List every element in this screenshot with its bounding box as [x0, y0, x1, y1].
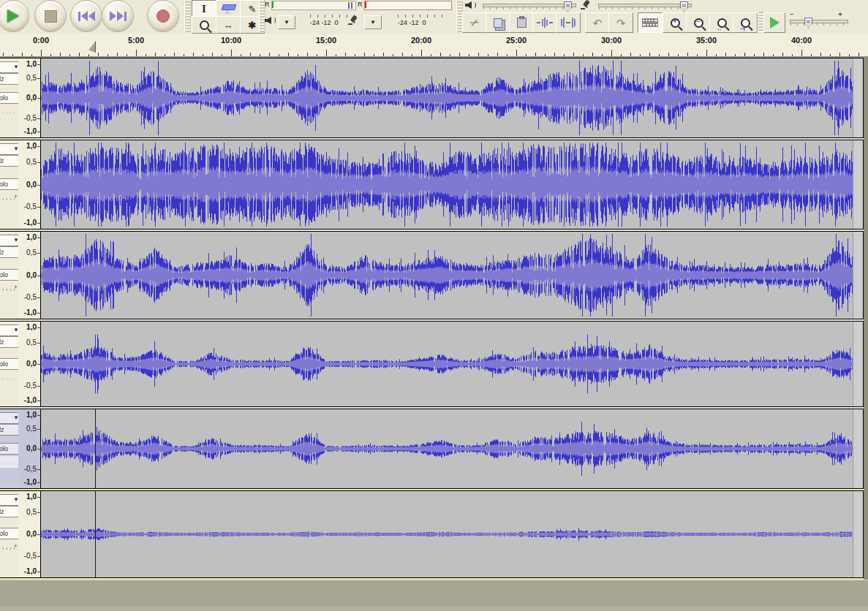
fit-selection-button[interactable]: ↔ — [709, 12, 734, 33]
timeline-tick — [763, 53, 764, 56]
timeline-tick — [155, 53, 156, 56]
timeshift-tool-button[interactable]: ↔ — [216, 16, 241, 34]
vertical-ruler[interactable]: 1,00,50,0-0,5-1,0 — [18, 140, 40, 229]
toolbar-grip[interactable] — [184, 1, 191, 32]
timeline-tick — [222, 54, 222, 56]
selection-tool-button[interactable]: I — [192, 0, 216, 18]
playback-meter-dropdown[interactable]: ▼ — [278, 15, 295, 29]
copy-icon — [494, 18, 502, 28]
solo-button[interactable]: olo — [0, 92, 20, 104]
play-at-speed-button[interactable] — [763, 12, 785, 33]
vertical-ruler-label: 0,0 — [26, 360, 37, 368]
vertical-ruler-label: 0,0 — [26, 530, 37, 538]
vertical-ruler-label: 0,5 — [26, 508, 37, 516]
waveform-canvas[interactable] — [40, 322, 864, 406]
timeline-label: 25:00 — [506, 36, 527, 45]
magnifier-icon — [200, 20, 209, 30]
vertical-ruler[interactable]: 1,00,50,0-0,5-1,0 — [18, 491, 40, 577]
playback-cursor-marker[interactable] — [88, 41, 96, 53]
track-control-panel: ▼ lz olo — [0, 322, 18, 406]
track-control-panel: ▼ lz olo — [0, 409, 18, 488]
timeline-tick — [497, 53, 498, 56]
paste-button[interactable] — [509, 12, 534, 33]
scissors-icon: ✂ — [468, 15, 480, 29]
timeline-tick — [507, 54, 507, 56]
solo-button[interactable]: olo — [0, 358, 20, 370]
timeline-tick — [554, 53, 555, 56]
timeline-label: 10:00 — [221, 36, 241, 45]
copy-button[interactable] — [486, 12, 510, 33]
input-volume-slider[interactable] — [598, 4, 692, 7]
waveform-canvas[interactable] — [40, 491, 864, 577]
waveform-canvas[interactable] — [40, 232, 864, 319]
waveform-canvas[interactable] — [40, 58, 864, 137]
fit-project-button[interactable]: ⊣ — [733, 12, 758, 33]
speed-slider-thumb[interactable] — [804, 18, 812, 29]
record-button[interactable] — [147, 0, 179, 32]
timeline-tick — [640, 54, 641, 56]
vertical-ruler[interactable]: 1,00,50,0-0,5-1,0 — [18, 232, 40, 319]
zoom-out-button[interactable]: − — [686, 12, 711, 33]
vertical-ruler-label: -1,0 — [24, 308, 37, 316]
silence-button[interactable] — [556, 12, 581, 33]
input-slider-thumb[interactable] — [680, 1, 688, 12]
play-button[interactable] — [0, 0, 29, 32]
gain-slider[interactable]: + — [0, 191, 20, 203]
gain-slider[interactable]: + — [0, 541, 20, 553]
timeline-tick — [621, 54, 622, 56]
sync-lock-button[interactable] — [638, 12, 663, 33]
vertical-ruler-label: -1,0 — [24, 219, 37, 227]
zoom-tool-button[interactable] — [192, 16, 216, 34]
waveform-canvas[interactable] — [40, 140, 864, 229]
gain-slider[interactable] — [0, 105, 20, 117]
undo-button[interactable]: ↶ — [585, 12, 610, 33]
vertical-ruler[interactable]: 1,00,50,0-0,5-1,0 — [18, 409, 40, 488]
rewind-button[interactable] — [70, 0, 102, 32]
output-volume-slider[interactable] — [483, 4, 576, 7]
timeline-tick — [31, 54, 32, 56]
track-control-panel: ▼ lz olo + — [0, 232, 18, 319]
gain-slider[interactable] — [0, 456, 20, 468]
solo-button[interactable]: olo — [0, 269, 20, 281]
output-slider-thumb[interactable] — [564, 1, 572, 12]
zoom-out-icon: − — [694, 18, 703, 28]
sample-rate-label: lz — [0, 73, 20, 85]
timeline-label: 35:00 — [696, 36, 717, 45]
timeline-tick — [440, 53, 441, 56]
gain-slider[interactable] — [0, 371, 20, 383]
record-icon — [156, 10, 170, 23]
solo-button[interactable]: olo — [0, 443, 20, 455]
recording-meter-bar[interactable] — [364, 1, 452, 10]
stop-button[interactable] — [34, 0, 67, 32]
playback-meter-bar[interactable] — [271, 1, 356, 10]
timeline-tick — [782, 53, 783, 56]
timeline-tick — [820, 53, 821, 56]
timeline-ruler[interactable]: 0:005:0010:0015:0020:0025:0030:0035:0040… — [0, 34, 868, 58]
solo-button[interactable]: olo — [0, 178, 20, 190]
solo-button[interactable]: olo — [0, 528, 20, 539]
zoom-fit-icon: ⊣ — [741, 18, 750, 28]
timeline-label: 15:00 — [316, 36, 336, 45]
cut-button[interactable]: ✂ — [462, 12, 487, 33]
timeline-tick — [535, 53, 536, 56]
timeline-tick — [336, 54, 336, 56]
trim-button[interactable] — [532, 12, 557, 33]
meter-peak-indicator — [348, 2, 350, 9]
sample-rate-label: lz — [0, 424, 20, 436]
redo-button[interactable]: ↷ — [608, 12, 633, 33]
envelope-tool-button[interactable]: △ — [216, 0, 241, 18]
timeline-tick — [60, 53, 61, 56]
gain-slider[interactable]: + — [0, 282, 20, 294]
recording-meter-dropdown[interactable]: ▼ — [364, 15, 382, 29]
playback-speed-slider[interactable] — [790, 20, 848, 23]
sample-rate-label: lz — [0, 506, 20, 517]
vertical-ruler[interactable]: 1,00,50,0-0,5-1,0 — [18, 58, 40, 137]
timeline-tick — [298, 54, 298, 56]
waveform-canvas[interactable] — [40, 409, 864, 488]
vertical-ruler[interactable]: 1,00,50,0-0,5-1,0 — [18, 322, 40, 406]
vertical-ruler-label: 1,0 — [26, 233, 37, 241]
zoom-in-button[interactable]: + — [663, 12, 687, 33]
timeline-label: 20:00 — [411, 36, 431, 45]
vertical-ruler-label: 1,0 — [26, 411, 37, 419]
forward-button[interactable] — [102, 0, 134, 32]
